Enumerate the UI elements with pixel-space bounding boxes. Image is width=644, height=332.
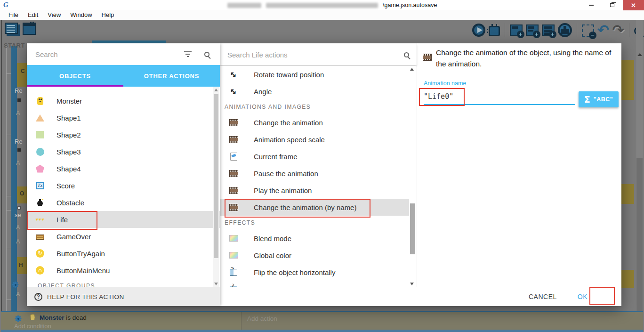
circle-shape-icon: [36, 148, 44, 156]
redo-button[interactable]: [612, 23, 624, 37]
debugger-button[interactable]: [489, 26, 500, 36]
object-label: Shape1: [56, 114, 81, 122]
action-label: Flip the object horizontally: [254, 268, 335, 276]
project-manager-button[interactable]: [5, 23, 18, 34]
search-icon[interactable]: [204, 52, 209, 57]
add-comment-button[interactable]: [542, 24, 555, 36]
action-row[interactable]: Change the animation: [220, 114, 409, 131]
action-row[interactable]: Flip the object horizontally: [220, 264, 409, 281]
undo-button[interactable]: [597, 23, 609, 37]
scrollbar-up-arrow-icon[interactable]: [637, 53, 642, 56]
help-link[interactable]: HELP FOR THIS ACTION: [47, 293, 124, 300]
expression-editor-button[interactable]: Σ "ABC": [579, 91, 619, 107]
film-strip-icon: [229, 204, 238, 211]
object-row[interactable]: GameOver: [27, 228, 220, 245]
action-row[interactable]: EFFECTS: [220, 216, 409, 230]
toolbar-separator[interactable]: [505, 23, 505, 37]
action-label: Current frame: [254, 153, 298, 161]
event-row: Monster is dead Add condition Add action: [1, 311, 643, 330]
run-preview-button[interactable]: [472, 24, 485, 37]
delete-selection-button[interactable]: [582, 24, 594, 37]
background-text-fragment: O: [20, 190, 24, 197]
scene-editor-button[interactable]: [23, 23, 36, 35]
action-row[interactable]: Animation speed scale: [220, 131, 409, 148]
events-tick: [6, 135, 11, 135]
close-button[interactable]: ✕: [623, 0, 644, 10]
actions-scrollbar-thumb[interactable]: [410, 203, 415, 254]
object-row[interactable]: Shape4: [27, 160, 220, 177]
restore-button[interactable]: [602, 0, 623, 10]
add-event-button[interactable]: [510, 24, 523, 36]
action-row[interactable]: ↔ Rotate toward position: [220, 66, 409, 83]
object-row[interactable]: ↻ ButtonTryAgain: [27, 245, 220, 262]
toolbar-separator[interactable]: [577, 23, 577, 37]
objects-scrollbar[interactable]: [213, 87, 219, 287]
help-question-icon: ?: [34, 293, 42, 301]
minimize-button[interactable]: [580, 0, 602, 10]
ok-button[interactable]: OK: [578, 293, 588, 300]
menu-item[interactable]: File: [4, 10, 23, 20]
object-row[interactable]: Shape3: [27, 143, 220, 160]
film-strip-icon: [229, 136, 238, 143]
menu-item[interactable]: Help: [97, 10, 119, 20]
menu-item[interactable]: Edit: [23, 10, 43, 20]
action-row[interactable]: Current frame: [220, 148, 409, 165]
action-label: Blend mode: [254, 235, 291, 243]
flip-horizontal-icon: [230, 269, 237, 276]
action-row[interactable]: Blend mode: [220, 230, 409, 247]
diagonal-arrow-icon: ↔: [227, 85, 239, 97]
tab-objects[interactable]: OBJECTS: [27, 65, 123, 87]
object-row[interactable]: ⌂ ButtonMainMenu: [27, 262, 220, 279]
filter-icon[interactable]: [184, 51, 192, 57]
object-row[interactable]: Monster: [27, 92, 220, 109]
event-highlight-block: [621, 270, 634, 288]
search-icon[interactable]: [404, 52, 409, 57]
object-search-input[interactable]: [35, 50, 184, 58]
scrollbar-up-arrow-icon[interactable]: [410, 68, 414, 71]
object-row[interactable]: Tx Score: [27, 177, 220, 194]
action-row[interactable]: ANIMATIONS AND IMAGES: [220, 100, 409, 114]
menu-item[interactable]: Window: [65, 10, 97, 20]
workspace-scrollbar-thumb[interactable]: [636, 158, 643, 332]
object-row[interactable]: OBJECT GROUPS: [27, 279, 220, 287]
add-subevent-button[interactable]: [526, 24, 539, 36]
object-label: OBJECT GROUPS: [38, 283, 95, 287]
menu-item[interactable]: View: [43, 10, 65, 20]
square-shape-icon: [36, 131, 44, 138]
object-row[interactable]: Obstacle: [27, 194, 220, 211]
action-row[interactable]: Pause the animation: [220, 165, 409, 182]
object-row[interactable]: ♥♥♥ Life: [27, 211, 220, 228]
action-row[interactable]: Flip the object vertically: [220, 281, 409, 287]
object-row[interactable]: Shape1: [27, 109, 220, 126]
event-highlight-block: [621, 60, 634, 100]
actions-scrollbar[interactable]: [409, 66, 416, 287]
add-condition-link[interactable]: Add condition: [14, 323, 51, 330]
film-strip-icon: [229, 170, 238, 177]
action-row[interactable]: Change the animation (by name): [220, 199, 409, 216]
object-row[interactable]: Shape2: [27, 126, 220, 143]
action-row[interactable]: ↔ Angle: [220, 83, 409, 100]
event-actions-cell[interactable]: Add action: [241, 312, 643, 330]
scrollbar-down-arrow-icon[interactable]: [410, 283, 414, 285]
object-label: Score: [56, 182, 75, 190]
redacted-title-segment: [227, 3, 261, 8]
horizontal-scrollbar[interactable]: [1, 330, 643, 332]
action-search-bar: [220, 44, 417, 65]
action-description: Change the animation of the object, usin…: [436, 47, 620, 70]
objects-scrollbar-thumb[interactable]: [214, 94, 218, 258]
toolbar-separator[interactable]: [629, 23, 629, 37]
add-action-link[interactable]: Add action: [247, 315, 277, 322]
event-conditions-cell[interactable]: Monster is dead Add condition: [1, 312, 241, 330]
tab-other-actions[interactable]: OTHER ACTIONS: [123, 65, 220, 87]
scrollbar-down-arrow-icon[interactable]: [214, 283, 218, 285]
triangle-shape-icon: [36, 114, 44, 121]
action-row[interactable]: Play the animation: [220, 182, 409, 199]
events-tick: [6, 300, 11, 300]
action-search-input[interactable]: [227, 51, 404, 59]
action-row[interactable]: Global color: [220, 247, 409, 264]
cancel-button[interactable]: CANCEL: [529, 293, 557, 300]
add-other-button[interactable]: [558, 23, 572, 37]
scrollbar-up-arrow-icon[interactable]: [214, 89, 218, 91]
animation-name-input[interactable]: [424, 89, 575, 105]
background-text-fragment: C: [21, 68, 25, 74]
